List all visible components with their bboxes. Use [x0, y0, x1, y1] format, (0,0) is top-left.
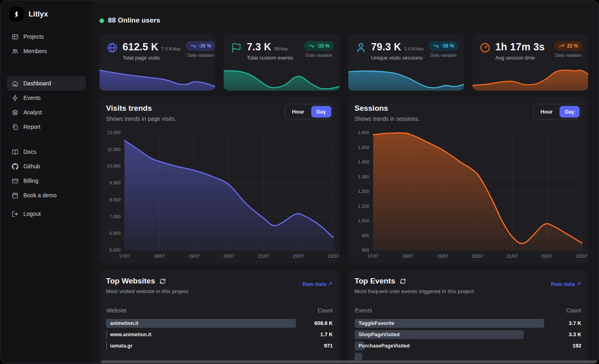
app-window: Litlyx Projects Members Dashboard Events [0, 0, 599, 364]
table-subtitle: Most frequent user events triggered in t… [355, 288, 582, 294]
stat-card-unique-visits-sessions: 79.3 K1.0 K/day Unique visits sessions -… [348, 34, 464, 91]
y-tick-label: 1.100 [358, 204, 369, 209]
y-tick-label: 7.000 [109, 214, 121, 219]
sidebar-item-projects[interactable]: Projects [7, 29, 86, 44]
toggle-hour-button[interactable]: Hour [287, 106, 309, 118]
chart-canvas [373, 132, 582, 250]
x-tick-label: 17/07 [368, 254, 379, 259]
raw-data-link[interactable]: Raw data ↗ [551, 281, 581, 287]
sidebar-item-report[interactable]: Report [7, 120, 86, 134]
sidebar-main-group: Dashboard Events Analyst Report [7, 76, 86, 134]
sidebar-item-dashboard[interactable]: Dashboard [7, 76, 86, 91]
x-tick-label: 23/07 [328, 254, 339, 259]
refresh-icon[interactable] [160, 278, 166, 284]
table-row[interactable]: ToggleFavorite3.7 K [355, 319, 582, 328]
sidebar-item-github[interactable]: Github [7, 159, 86, 174]
y-tick-label: 8.000 [109, 197, 121, 202]
charts-row: Visits trends Shows trends in page visit… [100, 97, 588, 263]
horizontal-scrollbar[interactable] [101, 360, 597, 363]
x-tick-label: 23/07 [576, 254, 587, 259]
table-subtitle: Most visited website in this project [106, 288, 333, 294]
flag-icon [231, 42, 242, 53]
toggle-day-button[interactable]: Day [311, 106, 331, 118]
table-row[interactable]: PurchasePageVisited192 [355, 341, 582, 350]
x-tick-label: 22/07 [541, 254, 553, 259]
stat-rate: 95/day [274, 46, 288, 51]
stat-value: 612.5 K [123, 41, 158, 53]
sidebar-item-logout[interactable]: Logout [7, 207, 86, 221]
column-header-right: Count [318, 307, 333, 314]
logout-icon [12, 211, 19, 217]
sidebar-item-analyst[interactable]: Analyst [7, 105, 86, 120]
sidebar-item-label: Billing [23, 178, 38, 184]
sessions-chart-card: Sessions Shows trends in sessions. Hour … [348, 97, 589, 263]
litlyx-logo-icon [9, 7, 24, 21]
x-tick-label: 21/07 [258, 254, 269, 259]
variation-label: Daily variation [554, 53, 582, 58]
y-axis: 12.00011.00010.0009.0008.0007.0006.0005.… [106, 132, 125, 250]
refresh-icon[interactable] [400, 278, 406, 284]
table-row[interactable]: www.animetion.it1.7 K [106, 330, 333, 339]
variation-label: Daily variation [304, 53, 334, 58]
sidebar: Litlyx Projects Members Dashboard Events [0, 0, 92, 364]
chart-subtitle: Shows trends in page visits. [106, 116, 176, 122]
variation-badge: -35 % [428, 41, 458, 51]
sparkline-canvas [472, 66, 588, 91]
app-title: Litlyx [29, 10, 48, 19]
stat-rate: 7.9 K/day [161, 46, 181, 51]
stat-rate: 1.0 K/day [404, 46, 424, 51]
globe-icon [107, 42, 118, 53]
x-tick-label: 17/07 [119, 254, 130, 259]
sparkline-canvas [100, 66, 215, 91]
sidebar-item-label: Dashboard [23, 80, 51, 87]
visits-trends-chart-card: Visits trends Shows trends in page visit… [100, 97, 340, 263]
toggle-day-button[interactable]: Day [559, 106, 580, 118]
toggle-hour-button[interactable]: Hour [535, 106, 558, 118]
y-tick-label: 6.000 [109, 231, 121, 236]
y-tick-label: 1.600 [358, 130, 369, 135]
x-tick-label: 19/07 [437, 254, 448, 259]
external-arrow-icon: ↗ [576, 281, 581, 287]
credit-card-icon [12, 178, 19, 184]
y-tick-label: 9.000 [109, 180, 121, 185]
sidebar-item-label: Book a demo [23, 192, 57, 199]
table-row[interactable]: animetion.it608.6 K [106, 319, 333, 328]
raw-data-link[interactable]: Raw data ↗ [302, 281, 332, 287]
sidebar-item-members[interactable]: Members [7, 44, 86, 58]
sidebar-item-label: Logout [23, 211, 41, 217]
sidebar-item-billing[interactable]: Billing [7, 174, 86, 188]
sidebar-item-label: Docs [23, 149, 36, 155]
table-title: Top Websites [106, 277, 155, 285]
online-status-dot [100, 19, 104, 23]
x-tick-label: 22/07 [293, 254, 304, 259]
table-row[interactable]: iamata.gr971 [106, 341, 333, 350]
y-tick-label: 1.300 [358, 174, 369, 179]
x-tick-label: 20/07 [472, 254, 483, 259]
sparkline [348, 66, 464, 91]
stat-label: Unique visits sessions [371, 55, 424, 61]
chip-icon [12, 109, 19, 116]
trending-down-icon [190, 43, 196, 49]
window-icon [12, 33, 19, 40]
sparkline [100, 66, 215, 91]
stat-label: Total page visits [123, 55, 181, 61]
table-row[interactable]: ShopPageVisited3.3 K [355, 330, 582, 339]
y-tick-label: 1.000 [358, 218, 369, 223]
zap-icon [12, 95, 19, 101]
y-axis: 1.6001.5001.4001.3001.2001.1001.00090080… [355, 132, 373, 250]
sidebar-item-book-a-demo[interactable]: Book a demo [7, 188, 86, 203]
stat-value: 79.3 K [371, 41, 401, 53]
online-users-count: 88 Online users [108, 17, 160, 25]
trending-down-icon [308, 43, 314, 49]
column-header-right: Count [566, 307, 581, 314]
sidebar-item-label: Events [23, 95, 41, 101]
sidebar-item-label: Report [23, 124, 40, 130]
sidebar-item-events[interactable]: Events [7, 91, 86, 105]
variation-badge: -33 % [304, 41, 334, 51]
top-events-card: Top Events Most frequent user events tri… [348, 269, 589, 364]
tables-row: Top Websites Most visited website in thi… [100, 269, 588, 364]
sidebar-item-docs[interactable]: Docs [7, 145, 86, 159]
top-websites-card: Top Websites Most visited website in thi… [100, 269, 340, 364]
github-icon [12, 163, 19, 170]
calendar-icon [12, 192, 19, 199]
